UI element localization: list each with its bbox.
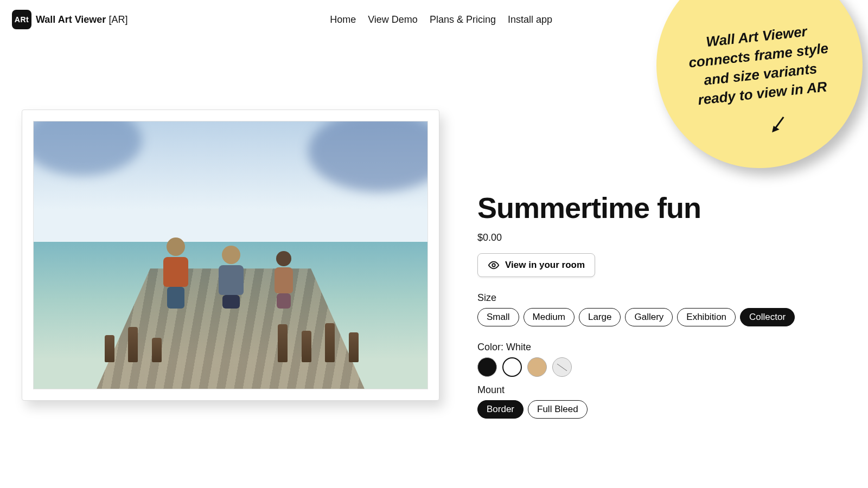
color-swatches bbox=[477, 357, 781, 377]
mount-full-bleed[interactable]: Full Bleed bbox=[528, 400, 588, 419]
brand-name-main: Wall Art Viewer bbox=[36, 14, 106, 25]
product-image bbox=[22, 110, 439, 419]
color-label: Color: White bbox=[477, 342, 781, 353]
logo-icon: ARt bbox=[12, 10, 31, 29]
nav-demo[interactable]: View Demo bbox=[368, 14, 418, 25]
size-medium[interactable]: Medium bbox=[524, 308, 575, 326]
color-swatch-silver[interactable] bbox=[552, 357, 572, 377]
size-label: Size bbox=[477, 292, 781, 304]
size-small[interactable]: Small bbox=[477, 308, 519, 326]
frame-outer bbox=[22, 110, 439, 401]
size-gallery[interactable]: Gallery bbox=[625, 308, 673, 326]
size-options: Small Medium Large Gallery Exhibition Co… bbox=[477, 308, 781, 326]
mount-label: Mount bbox=[477, 384, 781, 396]
brand-name: Wall Art Viewer [AR] bbox=[36, 14, 127, 25]
top-nav: Home View Demo Plans & Pricing Install a… bbox=[330, 14, 552, 25]
eye-icon bbox=[488, 259, 500, 271]
product-title: Summertime fun bbox=[477, 191, 781, 224]
color-swatch-white[interactable] bbox=[502, 357, 522, 377]
color-swatch-black[interactable] bbox=[477, 357, 497, 377]
size-exhibition[interactable]: Exhibition bbox=[677, 308, 736, 326]
size-collector[interactable]: Collector bbox=[740, 308, 795, 326]
mount-options: Border Full Bleed bbox=[477, 400, 781, 419]
product-price: $0.00 bbox=[477, 232, 781, 243]
svg-marker-1 bbox=[771, 125, 780, 132]
arrow-icon bbox=[768, 114, 789, 137]
promo-bubble-text: Wall Art Viewer connects frame style and… bbox=[680, 20, 839, 111]
view-in-room-button[interactable]: View in your room bbox=[477, 253, 595, 277]
nav-plans[interactable]: Plans & Pricing bbox=[430, 14, 496, 25]
mount-border[interactable]: Border bbox=[477, 400, 524, 419]
svg-point-2 bbox=[492, 264, 495, 267]
brand-name-suffix: [AR] bbox=[108, 14, 127, 25]
color-swatch-oak[interactable] bbox=[527, 357, 547, 377]
nav-install[interactable]: Install app bbox=[508, 14, 552, 25]
view-in-room-label: View in your room bbox=[505, 260, 585, 271]
nav-home[interactable]: Home bbox=[330, 14, 356, 25]
size-large[interactable]: Large bbox=[579, 308, 621, 326]
artwork-illustration bbox=[33, 121, 428, 389]
